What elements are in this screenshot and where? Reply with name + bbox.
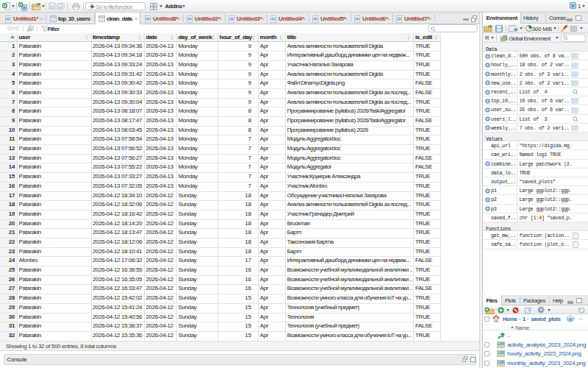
svg-text:R: R bbox=[146, 17, 149, 21]
svg-text:R: R bbox=[188, 17, 191, 21]
svg-text:R: R bbox=[356, 17, 359, 21]
svg-text:R: R bbox=[569, 317, 572, 322]
svg-text:R: R bbox=[23, 5, 26, 10]
svg-text:R: R bbox=[398, 17, 401, 21]
svg-text:R: R bbox=[571, 4, 575, 8]
svg-text:R: R bbox=[7, 17, 10, 21]
svg-text:R: R bbox=[272, 17, 275, 21]
svg-text:R: R bbox=[230, 17, 233, 21]
svg-text:R: R bbox=[314, 17, 317, 21]
